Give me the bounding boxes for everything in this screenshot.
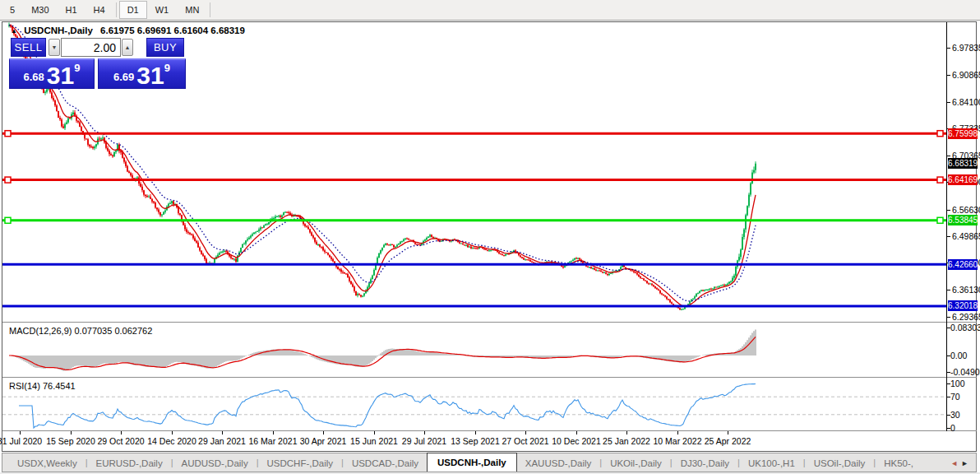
panel-separator[interactable] <box>2 430 977 431</box>
price-level-badge: 6.53845 <box>948 215 978 225</box>
price-tick-label: 6.29365 <box>952 312 980 322</box>
chart-title-symbol: USDCNH-,Daily <box>24 26 93 35</box>
buy-button[interactable]: BUY <box>146 38 184 57</box>
date-label: 25 Jan 2022 <box>603 436 650 446</box>
chart-tab-usdx-weekly[interactable]: USDX,Weekly <box>9 455 86 472</box>
date-tick <box>374 431 375 434</box>
rsi-plot <box>2 379 946 430</box>
timeframe-button-w1[interactable]: W1 <box>147 1 178 19</box>
price-tick <box>947 236 950 237</box>
timeframe-button-m30[interactable]: M30 <box>23 1 57 19</box>
price-tick-label: 6.84100 <box>952 97 980 107</box>
date-label: 29 Jul 2021 <box>402 436 446 446</box>
date-tick <box>273 431 274 434</box>
chart-title: ▲ USDCNH-,Daily 6.61975 6.69691 6.61604 … <box>11 26 245 35</box>
chart-tab-audusd-daily[interactable]: AUDUSD-,Daily <box>173 455 257 472</box>
volume-increase-button[interactable]: ▲ <box>122 39 133 56</box>
price-tick <box>947 75 950 76</box>
volume-input[interactable] <box>61 38 121 57</box>
chart-tab-bar: USDX,Weekly|EURUSD-,Daily|AUDUSD-,Daily|… <box>2 453 977 472</box>
price-tick <box>947 48 950 49</box>
arrow-up-icon: ▲ <box>125 44 131 50</box>
line-handle[interactable] <box>5 131 11 137</box>
date-label: 10 Dec 2021 <box>552 436 601 446</box>
rsi-tick-label: 30 <box>950 410 960 420</box>
chart-tab-ukoil-daily[interactable]: UKOil-,Daily <box>602 455 670 472</box>
rsi-tick-label: 0 <box>950 423 955 433</box>
date-label: 10 Mar 2022 <box>654 436 702 446</box>
chart-tab-eurusd-daily[interactable]: EURUSD-,Daily <box>88 455 171 472</box>
date-label: 29 Jan 2021 <box>198 436 246 446</box>
line-handle[interactable] <box>937 217 943 223</box>
price-tick-label: 6.49865 <box>952 231 980 241</box>
buy-price-box[interactable]: 6.69 31 9 <box>98 58 186 89</box>
buy-price-big: 31 <box>136 65 164 86</box>
macd-label: MACD(12,26,9) 0.077035 0.062762 <box>9 326 152 336</box>
sell-price-big: 31 <box>47 65 74 86</box>
chart-tab-xauusd-daily[interactable]: XAUUSD-,Daily <box>517 455 600 472</box>
price-tick-label: 6.90865 <box>952 70 980 80</box>
price-tick <box>947 290 950 290</box>
price-level-badge: 6.75998 <box>948 128 978 139</box>
price-tick <box>947 210 950 211</box>
date-tick <box>222 431 223 434</box>
date-tick <box>525 431 526 434</box>
timeframe-button-h1[interactable]: H1 <box>58 1 86 19</box>
chart-tab-usoil-daily[interactable]: USOil-,Daily <box>806 455 874 472</box>
price-tick <box>947 156 950 156</box>
rsi-tick-label: 100 <box>950 379 965 388</box>
date-tick <box>121 431 122 434</box>
panel-separator[interactable] <box>2 322 977 323</box>
timeframe-toolbar: 5M30H1H4D1W1MN <box>0 0 980 21</box>
date-label: 16 Mar 2021 <box>249 436 298 446</box>
buy-price-sup: 9 <box>164 62 170 74</box>
date-label: 30 Apr 2021 <box>300 436 347 446</box>
toolbar-separator <box>210 2 210 17</box>
chart-tab-uk100-h1[interactable]: UK100-,H1 <box>740 455 803 472</box>
line-handle[interactable] <box>5 177 11 183</box>
date-tick <box>71 431 72 434</box>
chart-tab-usdcnh-daily[interactable]: USDCNH-,Daily <box>427 453 517 472</box>
date-label: 25 Apr 2022 <box>705 436 751 446</box>
chart-tab-hk50[interactable]: HK50-, <box>876 455 922 472</box>
price-tick-label: 6.36130 <box>952 285 980 295</box>
timeframe-button-h4[interactable]: H4 <box>86 1 113 19</box>
chart-title-ohlc: 6.61975 6.69691 6.61604 6.68319 <box>100 26 245 35</box>
sell-price-box[interactable]: 6.68 31 9 <box>9 58 95 89</box>
chart-tab-dj30-daily[interactable]: DJ30-,Daily <box>673 455 737 472</box>
one-click-trade-widget: SELL ▼ ▲ BUY 6.68 31 9 6.69 31 9 <box>9 37 186 89</box>
tab-scroll-right-icon[interactable]: ► <box>961 459 972 467</box>
rsi-tick-label: 70 <box>950 392 960 402</box>
tab-scroll-left-icon[interactable]: ◄ <box>950 459 961 467</box>
date-tick <box>323 431 324 434</box>
macd-tick-label: 0.083039 <box>950 323 980 332</box>
chart-tab-usdchf-daily[interactable]: USDCHF-,Daily <box>259 455 342 472</box>
timeframe-button-5[interactable]: 5 <box>2 1 23 19</box>
date-label: 15 Jun 2021 <box>350 436 398 446</box>
date-label: 15 Sep 2020 <box>46 436 95 446</box>
date-tick <box>728 431 728 434</box>
date-tick <box>626 431 627 434</box>
line-handle[interactable] <box>937 131 943 137</box>
panel-separator[interactable] <box>2 377 977 378</box>
line-handle[interactable] <box>5 217 11 223</box>
rsi-line <box>19 384 756 429</box>
date-label: 27 Oct 2021 <box>502 436 548 446</box>
toolbar-separator <box>116 2 117 17</box>
chart-tab-usdcad-daily[interactable]: USDCAD-,Daily <box>344 455 427 472</box>
line-handle[interactable] <box>937 177 943 183</box>
date-tick <box>677 431 678 434</box>
sell-button[interactable]: SELL <box>11 38 46 57</box>
volume-decrease-button[interactable]: ▼ <box>49 39 60 56</box>
chart-window: ▲ USDCNH-,Daily 6.61975 6.69691 6.61604 … <box>2 21 977 452</box>
collapse-triangle-icon[interactable]: ▲ <box>11 27 17 35</box>
sell-price-main: 6.68 <box>24 71 44 83</box>
date-tick <box>20 431 21 434</box>
price-tick-label: 6.56630 <box>952 205 980 215</box>
price-tick <box>947 317 950 318</box>
macd-tick-label: 0.00 <box>950 351 967 360</box>
date-label: 14 Dec 2020 <box>147 436 196 446</box>
timeframe-button-d1[interactable]: D1 <box>119 1 147 19</box>
timeframe-button-mn[interactable]: MN <box>177 1 207 19</box>
date-tick <box>172 431 173 434</box>
